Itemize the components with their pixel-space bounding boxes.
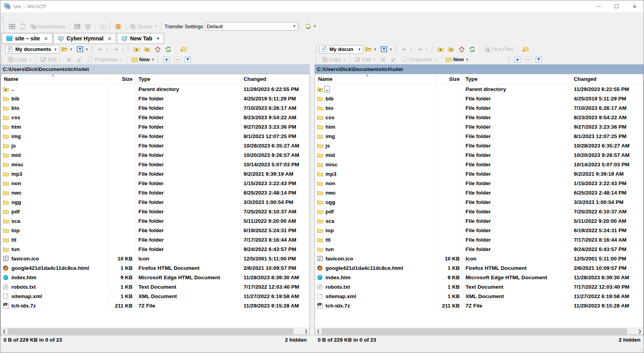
file-row-sitemap.xml[interactable]: sitemap.xml1 KBXML Document11/27/2022 6:… — [1, 291, 309, 301]
synchronize-browsing-button[interactable] — [98, 22, 108, 31]
toolbar-gripper[interactable] — [91, 46, 93, 53]
file-row-bio[interactable]: bioFile folder7/10/2023 6:26:17 AM — [315, 103, 643, 113]
toolbar-gripper[interactable] — [431, 46, 433, 53]
toolbar-gripper[interactable] — [161, 23, 163, 29]
toolbar-gripper[interactable] — [1, 46, 3, 53]
right-refresh-button[interactable] — [467, 44, 478, 54]
toolbar-gripper[interactable] — [395, 46, 397, 53]
queue-button[interactable]: Queue▼ — [128, 22, 160, 31]
left-path-bar[interactable]: C:\Users\Dick\Documents\tch\site\ — [0, 64, 310, 74]
toolbar-gripper[interactable] — [2, 13, 4, 20]
scroll-right-icon[interactable]: ❯ — [303, 328, 309, 335]
keep-up-to-date-button[interactable]: Synchronize — [28, 22, 68, 31]
column-header-changed[interactable]: Changed — [571, 74, 643, 84]
right-select-filter-button[interactable] — [533, 55, 544, 64]
left-horizontal-scrollbar[interactable]: ❮ ❯ — [1, 328, 309, 335]
left-select-plus-button[interactable] — [161, 55, 172, 64]
file-row-bib[interactable]: bibFile folder4/25/2019 5:11:29 PM — [1, 94, 309, 103]
toolbar-gripper[interactable] — [315, 56, 317, 63]
file-row-ogg[interactable]: oggFile folder3/3/2023 1:00:54 PM — [1, 197, 309, 207]
file-row-htm[interactable]: htmFile folder9/27/2023 3:23:36 PM — [1, 122, 309, 131]
scroll-left-icon[interactable]: ❮ — [315, 328, 322, 335]
left-new-button[interactable]: New▼ — [129, 55, 157, 64]
right-delete-button[interactable] — [378, 55, 389, 64]
right-home-directory-button[interactable] — [457, 44, 467, 54]
file-row-mp3[interactable]: mp3File folder9/2/2021 9:39:19 AM — [1, 169, 309, 178]
right-location-select[interactable]: My docun ▼ — [319, 45, 363, 54]
scrollbar-thumb[interactable] — [7, 328, 293, 334]
file-row-google421d1da4c11dc8ce.html[interactable]: google421d1da4c11dc8ce.html1 KBFirefox H… — [1, 263, 309, 273]
toolbar-gripper[interactable] — [3, 23, 5, 29]
toolbar-gripper[interactable] — [109, 23, 111, 29]
file-row-css[interactable]: cssFile folder8/23/2023 9:54:22 AM — [1, 113, 309, 122]
file-row-misc[interactable]: miscFile folder10/14/2023 5:07:03 PM — [315, 160, 643, 169]
file-row-tun[interactable]: tunFile folder9/24/2022 6:43:57 PM — [1, 244, 309, 254]
file-row-top[interactable]: topFile folder6/19/2022 5:24:31 PM — [1, 226, 309, 235]
right-path-bar[interactable]: C:\Users\Dick\Documents\tch\site\ — [315, 64, 644, 74]
close-tab-icon[interactable]: ✕ — [44, 36, 48, 42]
file-row-js[interactable]: jsFile folder10/28/2023 6:35:27 AM — [315, 141, 643, 150]
file-row-bib[interactable]: bibFile folder4/25/2019 5:11:29 PM — [315, 94, 643, 103]
right-open-directory-button[interactable]: ▼ — [363, 44, 379, 54]
column-header-name[interactable]: Name∧ — [1, 74, 109, 84]
right-root-directory-button[interactable] — [446, 44, 457, 54]
file-row-mid[interactable]: midFile folder10/20/2023 9:26:57 AM — [1, 150, 309, 160]
right-select-minus-button[interactable] — [523, 55, 533, 64]
right-horizontal-scrollbar[interactable]: ❮ ❯ — [315, 328, 643, 335]
right-new-button[interactable]: New▼ — [444, 55, 471, 64]
file-row-non[interactable]: nonFile folder1/15/2023 3:22:43 PM — [315, 178, 643, 188]
file-row-parent[interactable]: ..Parent directory11/29/2023 6:22:55 PM — [315, 84, 643, 94]
toolbar-gripper[interactable] — [299, 23, 301, 29]
left-back-button[interactable]: ▼ — [95, 44, 111, 54]
close-tab-icon[interactable]: ✕ — [107, 36, 112, 42]
column-header-size[interactable]: Size — [436, 74, 462, 84]
column-header-name[interactable]: Name∧ — [315, 74, 436, 84]
file-row-index.htm[interactable]: index.htm9 KBMicrosoft Edge HTML Documen… — [315, 273, 643, 282]
file-row-js[interactable]: jsFile folder10/28/2023 6:35:27 AM — [1, 141, 309, 150]
right-back-button[interactable]: ▼ — [399, 44, 415, 54]
file-row-ttl[interactable]: ttlFile folder7/17/2023 8:16:44 AM — [315, 235, 643, 244]
file-row-misc[interactable]: miscFile folder10/14/2023 5:07:03 PM — [1, 160, 309, 169]
file-row-robots.txt[interactable]: robots.txt1 KBText Document7/17/2022 12:… — [315, 282, 643, 291]
file-row-parent[interactable]: ..Parent directory11/29/2023 6:22:55 PM — [1, 84, 309, 94]
left-rename-button[interactable] — [75, 55, 85, 64]
file-row-non[interactable]: nonFile folder1/15/2023 3:22:43 PM — [1, 178, 309, 188]
left-location-select[interactable]: My documents ▼ — [5, 45, 59, 54]
left-parent-directory-button[interactable] — [131, 44, 142, 54]
scrollbar-thumb[interactable] — [322, 328, 627, 334]
file-row-ttl[interactable]: ttlFile folder7/17/2023 8:16:44 AM — [1, 235, 309, 244]
left-select-filter-button[interactable] — [182, 55, 193, 64]
file-row-tch-idx.7z[interactable]: 7ztch-idx.7z211 KB7Z File11/29/2023 9:15… — [1, 301, 309, 310]
open-console-button[interactable] — [72, 22, 83, 31]
right-rename-button[interactable] — [389, 55, 399, 64]
file-row-bio[interactable]: bioFile folder7/10/2023 6:26:17 AM — [1, 103, 309, 113]
right-parent-directory-button[interactable] — [435, 44, 446, 54]
preferences-button[interactable] — [113, 22, 124, 31]
file-row-favicon.ico[interactable]: ♪favicon.ico10 KBIcon12/5/2001 5:11:00 P… — [1, 254, 309, 263]
file-row-mp3[interactable]: mp3File folder9/2/2021 9:39:19 AM — [315, 169, 643, 178]
file-row-ogg[interactable]: oggFile folder3/3/2023 1:00:54 PM — [315, 197, 643, 207]
close-button[interactable]: ✕ — [626, 0, 644, 12]
left-open-directory-button[interactable]: ▼ — [59, 44, 75, 54]
file-row-top[interactable]: topFile folder6/19/2022 5:24:31 PM — [315, 226, 643, 235]
left-select-minus-button[interactable] — [172, 55, 182, 64]
open-in-putty-button[interactable] — [83, 22, 93, 31]
left-root-directory-button[interactable] — [142, 44, 153, 54]
file-row-htm[interactable]: htmFile folder9/27/2023 3:23:36 PM — [315, 122, 643, 131]
maximize-button[interactable] — [608, 0, 626, 12]
transfer-settings-select[interactable]: Default ▼ — [205, 22, 298, 31]
left-home-directory-button[interactable] — [153, 44, 163, 54]
resize-grip[interactable] — [639, 348, 643, 352]
file-row-pdf[interactable]: pdfFile folder7/25/2022 6:10:37 AM — [315, 207, 643, 216]
toolbar-gripper[interactable] — [157, 56, 159, 63]
left-refresh-button[interactable] — [163, 44, 174, 54]
toolbar-gripper[interactable] — [508, 56, 510, 63]
right-find-files-button[interactable]: Find Files — [482, 44, 516, 54]
tab-new-tab[interactable]: New Tab ▼ — [117, 33, 164, 44]
file-row-mid[interactable]: midFile folder10/20/2023 9:26:57 AM — [315, 150, 643, 160]
file-row-img[interactable]: imgFile folder8/1/2023 12:07:25 PM — [1, 131, 309, 141]
file-row-sitemap.xml[interactable]: sitemap.xml1 KBXML Document11/27/2022 6:… — [315, 291, 643, 301]
toolbar-gripper[interactable] — [127, 46, 129, 53]
scroll-left-icon[interactable]: ❮ — [1, 328, 7, 335]
scroll-right-icon[interactable]: ❯ — [637, 328, 643, 335]
